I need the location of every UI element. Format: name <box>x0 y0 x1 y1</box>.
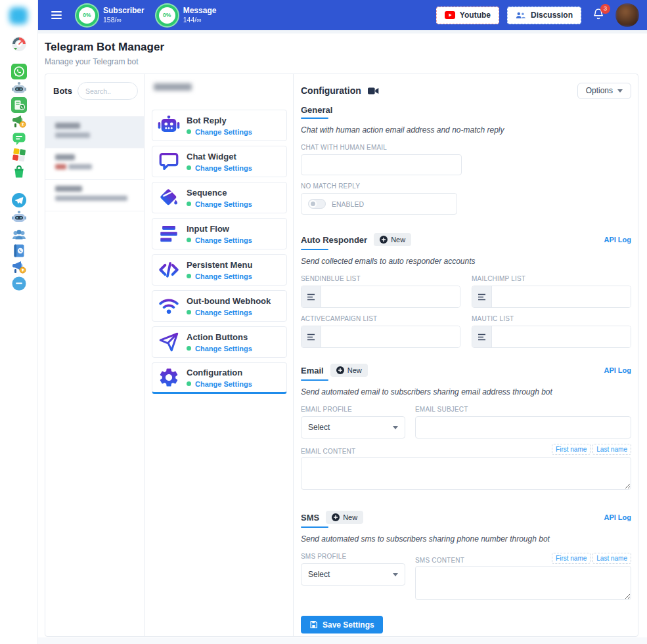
email-description: Send automated email to subscribers shar… <box>301 387 631 397</box>
menu-item-chat-widget[interactable]: Chat Widget Change Settings <box>152 146 287 177</box>
sms-api-log-link[interactable]: API Log <box>604 513 631 521</box>
auto-responder-new-button[interactable]: New <box>374 233 411 246</box>
bars-icon <box>158 223 180 245</box>
code-icon <box>158 259 180 281</box>
save-icon <box>309 620 318 629</box>
status-dot <box>187 310 191 314</box>
sendinblue-list-input[interactable] <box>321 286 460 307</box>
email-profile-select[interactable]: Select <box>301 416 405 439</box>
bots-search-input[interactable] <box>78 82 138 100</box>
sms-new-button[interactable]: New <box>326 511 363 524</box>
whatsapp-bot-icon[interactable] <box>11 81 27 97</box>
menu-item-bot-reply[interactable]: Bot Reply Change Settings <box>152 110 287 141</box>
tab-auto-responder[interactable]: Auto Responder <box>301 235 367 245</box>
menu-item-sequence[interactable]: Sequence Change Settings <box>152 182 287 213</box>
email-api-log-link[interactable]: API Log <box>604 366 631 374</box>
bot-manager-card: Bots Bot Reply Chang <box>45 74 638 637</box>
subscriber-stat: 0% Subscriber 158/∞ <box>76 5 145 26</box>
status-dot <box>187 238 191 242</box>
notifications-button[interactable]: 3 <box>592 7 605 24</box>
youtube-button[interactable]: Youtube <box>436 7 499 24</box>
subscriber-label: Subscriber <box>103 6 145 16</box>
email-profile-label: EMAIL PROFILE <box>301 406 405 413</box>
email-content-textarea[interactable] <box>301 457 631 490</box>
auto-responder-api-log-link[interactable]: API Log <box>604 236 631 244</box>
settings-menu: Bot Reply Change Settings Chat Widget Ch… <box>145 74 294 636</box>
status-dot <box>187 202 191 206</box>
app-rail <box>0 0 38 644</box>
whatsapp-icon[interactable] <box>11 64 27 79</box>
activecampaign-list-input[interactable] <box>321 326 460 347</box>
configuration-title: Configuration <box>301 85 361 96</box>
bot-list-item-selected[interactable] <box>45 116 144 148</box>
whatsapp-contacts-icon[interactable] <box>11 97 27 113</box>
integrations-icon[interactable] <box>11 147 27 163</box>
discussion-button[interactable]: Discussion <box>507 7 581 24</box>
email-new-button[interactable]: New <box>330 364 368 377</box>
change-settings-link[interactable]: Change Settings <box>195 164 252 172</box>
list-picker-icon[interactable] <box>472 326 492 347</box>
user-avatar[interactable] <box>615 3 639 27</box>
change-settings-link[interactable]: Change Settings <box>195 309 252 316</box>
enabled-toggle[interactable] <box>308 199 326 209</box>
mautic-list-input[interactable] <box>492 326 631 347</box>
users-icon <box>516 11 526 20</box>
change-settings-link[interactable]: Change Settings <box>195 128 252 136</box>
bot-list-item[interactable] <box>45 148 144 179</box>
robot-icon <box>158 114 180 137</box>
sms-profile-select[interactable]: Select <box>301 563 405 586</box>
menu-toggle-icon[interactable] <box>51 11 62 19</box>
video-tutorial-icon[interactable] <box>368 87 379 95</box>
options-button[interactable]: Options <box>577 83 631 99</box>
telegram-chat-icon[interactable] <box>11 276 27 291</box>
list-picker-icon[interactable] <box>472 286 492 307</box>
tab-sms[interactable]: SMS <box>301 513 319 523</box>
menu-item-persistent-menu[interactable]: Persistent Menu Change Settings <box>152 254 287 286</box>
mailchimp-list-input[interactable] <box>492 286 631 307</box>
telegram-contacts-icon[interactable] <box>11 243 27 259</box>
plus-circle-icon <box>336 366 344 374</box>
chat-with-human-email-input[interactable] <box>301 154 462 175</box>
gear-icon <box>158 366 180 389</box>
bots-panel: Bots <box>45 74 145 636</box>
last-name-chip[interactable]: Last name <box>592 444 631 455</box>
menu-item-configuration[interactable]: Configuration Change Settings <box>152 362 287 394</box>
change-settings-link[interactable]: Change Settings <box>195 345 252 353</box>
page-background <box>38 637 647 644</box>
shop-bag-icon[interactable] <box>11 163 27 179</box>
no-match-reply-box: ENABLED <box>301 193 457 215</box>
change-settings-link[interactable]: Change Settings <box>195 380 252 388</box>
active-tab-underline <box>301 249 328 250</box>
save-settings-button[interactable]: Save Settings <box>301 616 383 633</box>
bot-list-item[interactable] <box>45 179 144 211</box>
enabled-toggle-label: ENABLED <box>332 200 364 208</box>
subscriber-value: 158/∞ <box>103 16 145 24</box>
whatsapp-chat-icon[interactable] <box>11 131 27 146</box>
app-logo-icon[interactable] <box>9 7 28 24</box>
email-content-label: EMAIL CONTENT <box>301 448 355 455</box>
first-name-chip[interactable]: First name <box>552 444 591 455</box>
dashboard-icon[interactable] <box>11 36 27 52</box>
change-settings-link[interactable]: Change Settings <box>195 200 252 208</box>
change-settings-link[interactable]: Change Settings <box>195 236 252 244</box>
menu-item-input-flow[interactable]: Input Flow Change Settings <box>152 218 287 249</box>
last-name-chip[interactable]: Last name <box>592 553 631 564</box>
telegram-broadcast-icon[interactable] <box>11 259 27 275</box>
first-name-chip[interactable]: First name <box>552 553 591 564</box>
paint-bucket-icon <box>158 186 180 209</box>
general-description: Chat with human action email address and… <box>301 125 631 135</box>
sms-content-textarea[interactable] <box>415 566 631 600</box>
status-dot <box>187 165 191 170</box>
menu-item-action-buttons[interactable]: Action Buttons Change Settings <box>152 326 287 358</box>
telegram-group-icon[interactable] <box>11 226 27 242</box>
email-subject-input[interactable] <box>415 416 631 439</box>
list-picker-icon[interactable] <box>301 326 321 347</box>
list-picker-icon[interactable] <box>301 286 321 307</box>
tab-general[interactable]: General <box>301 105 332 115</box>
menu-item-outbound-webhook[interactable]: Out-bound Webhook Change Settings <box>152 290 287 322</box>
telegram-icon[interactable] <box>11 192 27 208</box>
whatsapp-broadcast-icon[interactable] <box>11 114 27 129</box>
change-settings-link[interactable]: Change Settings <box>195 272 252 280</box>
tab-email[interactable]: Email <box>301 366 324 376</box>
telegram-bot-icon[interactable] <box>11 209 27 225</box>
